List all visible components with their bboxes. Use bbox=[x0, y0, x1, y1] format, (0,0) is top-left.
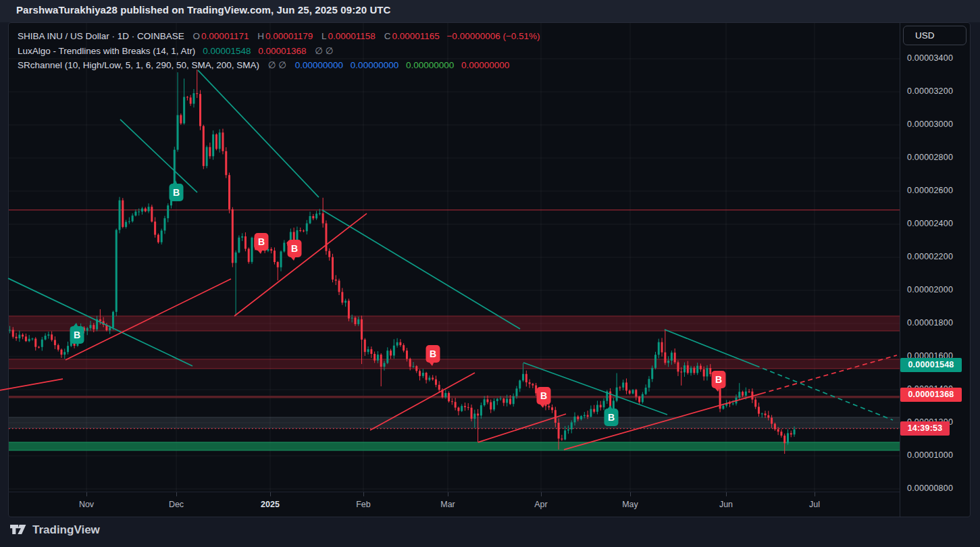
svg-text:B: B bbox=[74, 330, 80, 340]
time-label: Feb bbox=[343, 500, 384, 509]
close-label: C bbox=[384, 31, 391, 41]
srchannel-empty-values: ∅ ∅ bbox=[268, 60, 286, 70]
price-tick: 0.00002200 bbox=[907, 252, 953, 261]
svg-text:B: B bbox=[291, 243, 298, 254]
srchannel-indicator-title[interactable]: SRchannel (10, High/Low, 5, 1, 6, 290, 5… bbox=[18, 60, 259, 70]
change-value: −0.00000006 (−0.51%) bbox=[446, 31, 540, 41]
svg-text:B: B bbox=[173, 187, 180, 198]
price-tick: 0.00003400 bbox=[907, 53, 953, 63]
srchannel-value-1: 0.00000000 bbox=[295, 60, 343, 70]
price-tick: 0.00002400 bbox=[907, 219, 953, 228]
price-tick: 0.00002000 bbox=[907, 285, 953, 294]
time-tick bbox=[176, 492, 177, 496]
svg-text:B: B bbox=[608, 412, 615, 423]
low-label: L bbox=[321, 31, 327, 41]
srchannel-value-4: 0.00000000 bbox=[461, 60, 509, 70]
time-label: Jul bbox=[794, 500, 835, 509]
low-value: 0.00001158 bbox=[328, 31, 376, 41]
price-tick: 0.00001000 bbox=[907, 450, 953, 460]
luxalgo-lower-value: 0.00001368 bbox=[258, 46, 306, 56]
price-tick: 0.00003000 bbox=[907, 120, 953, 129]
trendline-break-label: B bbox=[604, 405, 619, 426]
symbol-legend-row[interactable]: SHIBA INU / US Dollar · 1D · COINBASE O0… bbox=[18, 31, 540, 41]
time-label: Jun bbox=[706, 500, 746, 509]
time-label: Apr bbox=[521, 500, 561, 509]
time-tick bbox=[363, 492, 364, 496]
time-tick bbox=[815, 492, 815, 496]
price-tick: 0.00000800 bbox=[907, 484, 953, 493]
tradingview-published-chart: ParshwaTurakhiya28 published on TradingV… bbox=[0, 0, 980, 547]
luxalgo-lower-price-label: 0.00001368 bbox=[900, 388, 962, 402]
luxalgo-upper-price-label: 0.00001548 bbox=[900, 358, 962, 372]
bar-countdown-label: 14:39:53 bbox=[900, 421, 950, 436]
time-tick bbox=[541, 492, 542, 496]
close-value: 0.00001165 bbox=[392, 31, 439, 41]
price-tick: 0.00002800 bbox=[907, 153, 953, 162]
srchannel-legend-row[interactable]: SRchannel (10, High/Low, 5, 1, 6, 290, 5… bbox=[18, 59, 509, 70]
luxalgo-empty-values: ∅ ∅ bbox=[315, 46, 333, 56]
time-axis[interactable]: NovDec2025FebMarAprMayJunJul bbox=[8, 492, 900, 518]
srchannel-value-2: 0.00000000 bbox=[351, 60, 398, 70]
time-tick bbox=[86, 492, 87, 496]
time-tick bbox=[630, 492, 631, 496]
candlestick-chart[interactable]: BBBBBBBB bbox=[0, 0, 980, 547]
trendline-break-label: B bbox=[255, 233, 269, 254]
high-label: H bbox=[257, 31, 264, 41]
time-label: Nov bbox=[66, 500, 107, 509]
time-label: May bbox=[610, 500, 650, 509]
high-value: 0.00001179 bbox=[265, 31, 313, 41]
luxalgo-legend-row[interactable]: LuxAlgo - Trendlines with Breaks (14, 1,… bbox=[18, 45, 335, 56]
time-label: Mar bbox=[428, 500, 468, 509]
price-tick: 0.00001800 bbox=[907, 318, 953, 328]
time-tick bbox=[448, 492, 448, 496]
currency-button[interactable]: USD bbox=[903, 26, 966, 45]
time-tick bbox=[270, 492, 271, 496]
luxalgo-upper-value: 0.00001548 bbox=[203, 46, 251, 56]
trendline-break-label: B bbox=[170, 180, 184, 201]
svg-text:B: B bbox=[540, 390, 547, 401]
symbol-title[interactable]: SHIBA INU / US Dollar · 1D · COINBASE bbox=[18, 31, 184, 41]
open-label: O bbox=[193, 31, 201, 41]
srchannel-value-3: 0.00000000 bbox=[406, 60, 454, 70]
svg-text:B: B bbox=[258, 236, 265, 247]
price-tick: 0.00003200 bbox=[907, 86, 953, 96]
open-value: 0.00001171 bbox=[201, 31, 249, 41]
time-label: Dec bbox=[156, 500, 197, 509]
price-tick: 0.00002600 bbox=[907, 186, 953, 195]
svg-text:B: B bbox=[715, 374, 722, 385]
svg-text:B: B bbox=[430, 348, 436, 359]
time-label: 2025 bbox=[250, 500, 290, 509]
luxalgo-indicator-title[interactable]: LuxAlgo - Trendlines with Breaks (14, 1,… bbox=[18, 46, 195, 56]
trendline-break-label: B bbox=[712, 371, 726, 392]
time-tick bbox=[726, 492, 727, 496]
price-axis[interactable]: USD 0.000034000.000032000.000030000.0000… bbox=[900, 22, 971, 492]
